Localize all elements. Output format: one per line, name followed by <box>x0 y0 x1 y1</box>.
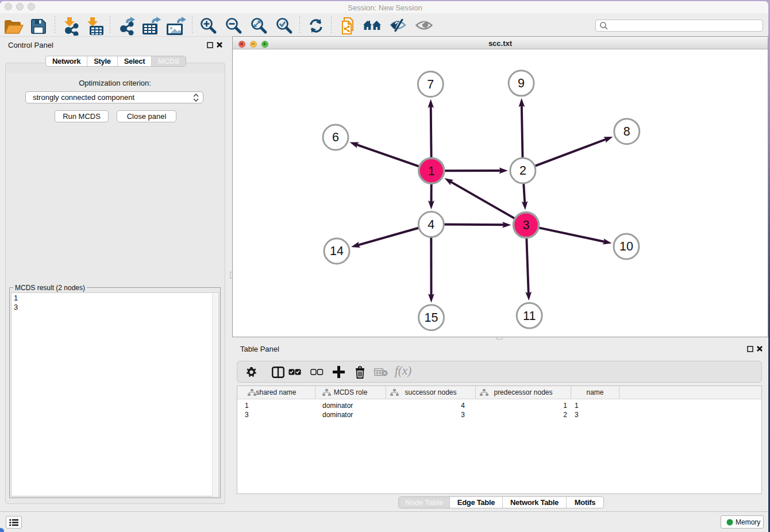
svg-text:14: 14 <box>330 244 344 258</box>
svg-text:2: 2 <box>519 164 526 178</box>
svg-text:1: 1 <box>428 164 435 178</box>
svg-text:9: 9 <box>518 76 525 90</box>
svg-text:10: 10 <box>619 240 633 253</box>
svg-text:3: 3 <box>523 218 530 232</box>
svg-text:4: 4 <box>428 218 434 232</box>
svg-text:7: 7 <box>427 78 434 91</box>
svg-text:15: 15 <box>425 311 438 325</box>
svg-text:8: 8 <box>623 125 630 138</box>
svg-text:11: 11 <box>523 309 536 323</box>
svg-text:6: 6 <box>332 130 339 144</box>
